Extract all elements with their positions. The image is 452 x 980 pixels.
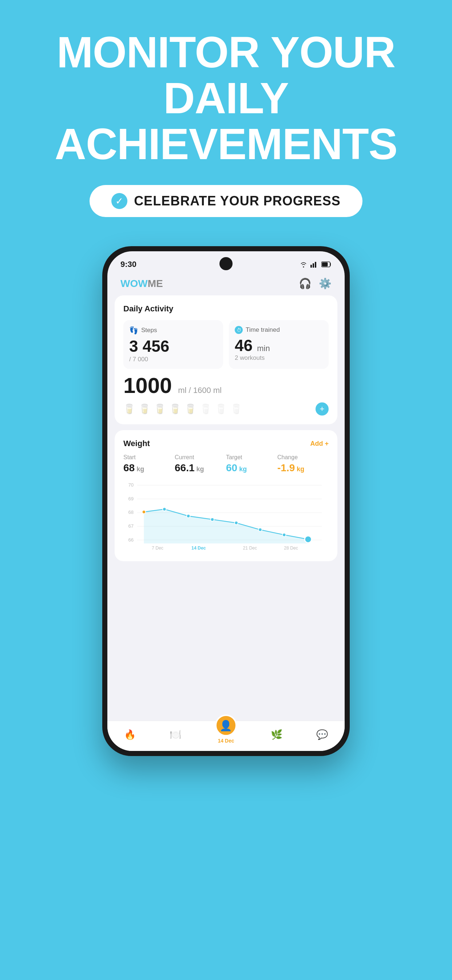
change-stat: Change -1.9 kg [277, 454, 328, 474]
phone-wrapper: 9:30 [0, 246, 452, 756]
glass-1: 🥛 [124, 404, 135, 415]
svg-text:67: 67 [128, 523, 134, 529]
status-bar: 9:30 [107, 251, 345, 272]
weight-chart-svg: 70 69 68 67 66 [124, 480, 328, 552]
change-value: -1.9 kg [277, 462, 328, 474]
fire-icon: 🔥 [124, 729, 136, 740]
bottom-nav: 🔥 🍽️ 👤 14 Dec 🌿 💬 [107, 721, 345, 751]
support-icon[interactable]: 🎧 [299, 277, 311, 290]
logo-wow: WOW [121, 278, 148, 289]
current-stat: Current 66.1 kg [175, 454, 226, 474]
glass-2: 🥛 [139, 404, 150, 415]
camera-pill [219, 257, 233, 270]
settings-icon[interactable]: ⚙️ [319, 277, 331, 290]
change-label: Change [277, 454, 328, 461]
svg-text:68: 68 [128, 510, 134, 515]
weight-chart: 70 69 68 67 66 [124, 480, 328, 552]
svg-rect-2 [315, 262, 316, 268]
time-value: 46 min [235, 337, 323, 354]
nav-item-food[interactable]: 🍽️ [170, 729, 181, 740]
nav-item-profile[interactable]: 👤 14 Dec [215, 722, 237, 744]
celebrate-text: CELEBRATE YOUR PROGRESS [134, 193, 341, 209]
profile-icon: 👤 [219, 720, 232, 732]
svg-point-18 [211, 518, 214, 521]
nav-item-fire[interactable]: 🔥 [124, 729, 136, 740]
steps-value: 3 456 [129, 337, 217, 355]
celebrate-badge: ✓ CELEBRATE YOUR PROGRESS [90, 185, 362, 217]
water-section: 1000 ml / 1600 ml 🥛 🥛 🥛 🥛 🥛 🥛 🥛 🥛 [124, 375, 328, 415]
start-stat: Start 68 kg [124, 454, 175, 474]
header-icons: 🎧 ⚙️ [299, 277, 331, 290]
glass-8: 🥛 [230, 404, 242, 415]
wifi-icon [300, 261, 308, 268]
logo-me: ME [148, 278, 163, 289]
svg-point-15 [142, 510, 146, 514]
weight-stats: Start 68 kg Current 66.1 kg [124, 454, 328, 474]
scroll-area: Daily Activity 👣 Steps 3 456 / 7 000 [107, 295, 345, 746]
current-label: Current [175, 454, 226, 461]
profile-button[interactable]: 👤 [215, 714, 237, 737]
phone-screen: 9:30 [107, 251, 345, 751]
water-display: 1000 ml / 1600 ml [124, 375, 328, 396]
svg-text:28 Dec: 28 Dec [284, 546, 298, 551]
svg-rect-1 [312, 263, 314, 268]
phone-frame: 9:30 [102, 246, 350, 756]
add-water-button[interactable]: + [316, 402, 328, 415]
chat-icon: 💬 [316, 729, 328, 740]
add-weight-button[interactable]: Add + [310, 440, 328, 447]
signal-icon [311, 261, 319, 268]
svg-rect-4 [322, 262, 328, 267]
water-glasses: 🥛 🥛 🥛 🥛 🥛 🥛 🥛 🥛 + [124, 402, 328, 415]
target-value: 60 kg [226, 462, 277, 474]
svg-point-22 [305, 536, 311, 543]
status-time: 9:30 [121, 260, 136, 269]
svg-point-16 [163, 508, 166, 511]
glass-7: 🥛 [215, 404, 227, 415]
activity-row: 👣 Steps 3 456 / 7 000 ⏱ Time trained [124, 320, 328, 369]
time-unit: min [257, 344, 270, 353]
daily-activity-title: Daily Activity [124, 304, 328, 313]
svg-text:70: 70 [128, 482, 134, 488]
time-trained-card: ⏱ Time trained 46 min 2 workouts [229, 320, 328, 369]
current-value: 66.1 kg [175, 462, 226, 474]
svg-text:69: 69 [128, 496, 134, 501]
glass-3: 🥛 [154, 404, 166, 415]
glass-6: 🥛 [200, 404, 211, 415]
steps-goal: / 7 000 [129, 356, 217, 363]
svg-rect-0 [311, 265, 312, 268]
timer-icon: ⏱ [235, 326, 243, 334]
hero-title: MONITOR YOUR DAILY ACHIEVEMENTS [0, 29, 452, 167]
start-label: Start [124, 454, 175, 461]
nav-item-chat[interactable]: 💬 [316, 729, 328, 740]
workouts-label: 2 workouts [235, 354, 323, 362]
nav-center-label: 14 Dec [217, 738, 234, 744]
check-icon: ✓ [111, 193, 127, 209]
time-label: ⏱ Time trained [235, 326, 323, 334]
svg-text:66: 66 [128, 537, 134, 542]
target-label: Target [226, 454, 277, 461]
glass-4: 🥛 [169, 404, 181, 415]
svg-point-21 [282, 533, 286, 536]
daily-activity-card: Daily Activity 👣 Steps 3 456 / 7 000 [115, 295, 337, 424]
leaf-icon: 🌿 [271, 729, 282, 740]
steps-label: 👣 Steps [129, 326, 217, 335]
svg-point-17 [187, 515, 190, 518]
battery-icon [321, 261, 331, 267]
footsteps-icon: 👣 [129, 326, 138, 335]
water-unit: ml / 1600 ml [178, 386, 222, 395]
steps-card: 👣 Steps 3 456 / 7 000 [124, 320, 223, 369]
svg-point-19 [235, 521, 238, 524]
glass-5: 🥛 [184, 404, 196, 415]
app-logo: WOWME [121, 278, 163, 290]
start-value: 68 kg [124, 462, 175, 474]
weight-card: Weight Add + Start 68 kg Current [115, 430, 337, 561]
weight-header: Weight Add + [124, 439, 328, 448]
svg-text:7 Dec: 7 Dec [152, 546, 163, 551]
nav-item-leaf[interactable]: 🌿 [271, 729, 282, 740]
weight-title: Weight [124, 439, 150, 448]
svg-text:21 Dec: 21 Dec [243, 546, 257, 551]
svg-point-20 [259, 528, 262, 531]
svg-text:14 Dec: 14 Dec [192, 546, 206, 551]
app-header: WOWME 🎧 ⚙️ [107, 272, 345, 295]
status-icons [300, 261, 331, 268]
